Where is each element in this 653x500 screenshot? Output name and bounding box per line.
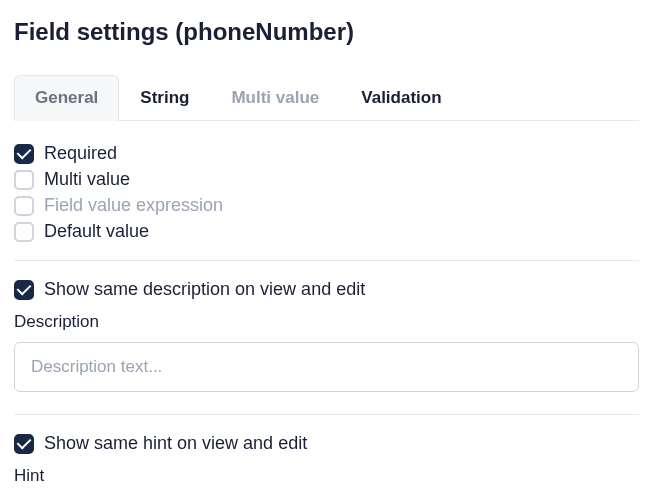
- tab-validation[interactable]: Validation: [340, 75, 462, 121]
- checkbox-default-value[interactable]: [14, 222, 34, 242]
- page-title: Field settings (phoneNumber): [14, 18, 639, 46]
- option-field-expression-row[interactable]: Field value expression: [14, 195, 639, 216]
- hint-label: Hint: [14, 466, 639, 486]
- checkbox-multi-value[interactable]: [14, 170, 34, 190]
- checkbox-show-same-hint[interactable]: [14, 434, 34, 454]
- divider: [14, 414, 639, 415]
- option-multi-value-row[interactable]: Multi value: [14, 169, 639, 190]
- tabs-bar: General String Multi value Validation: [14, 74, 639, 121]
- divider: [14, 260, 639, 261]
- label-field-expression: Field value expression: [44, 195, 223, 216]
- tab-general[interactable]: General: [14, 75, 119, 121]
- option-required-row[interactable]: Required: [14, 143, 639, 164]
- tab-string[interactable]: String: [119, 75, 210, 121]
- show-same-description-row[interactable]: Show same description on view and edit: [14, 279, 639, 300]
- option-default-value-row[interactable]: Default value: [14, 221, 639, 242]
- options-group: Required Multi value Field value express…: [14, 143, 639, 242]
- label-show-same-description: Show same description on view and edit: [44, 279, 365, 300]
- description-label: Description: [14, 312, 639, 332]
- checkbox-required[interactable]: [14, 144, 34, 164]
- label-default-value: Default value: [44, 221, 149, 242]
- label-required: Required: [44, 143, 117, 164]
- checkbox-show-same-description[interactable]: [14, 280, 34, 300]
- label-multi-value: Multi value: [44, 169, 130, 190]
- show-same-hint-row[interactable]: Show same hint on view and edit: [14, 433, 639, 454]
- tab-multi-value[interactable]: Multi value: [210, 75, 340, 121]
- checkbox-field-expression[interactable]: [14, 196, 34, 216]
- description-input[interactable]: [14, 342, 639, 392]
- label-show-same-hint: Show same hint on view and edit: [44, 433, 307, 454]
